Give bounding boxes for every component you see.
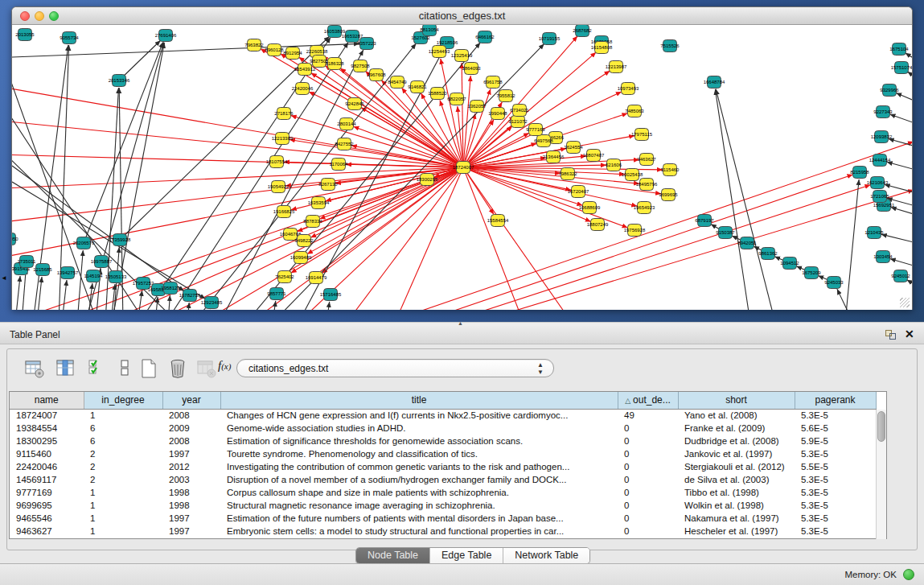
table-cell[interactable]: 18300295 [10,435,84,447]
table-cell[interactable]: 1998 [162,499,220,512]
table-cell[interactable]: Yano et al. (2008) [678,409,795,422]
table-selector-dropdown[interactable]: citations_edges.txt ▲▼ [236,359,554,377]
table-cell[interactable]: 1997 [162,525,220,538]
black-edge[interactable] [885,184,912,194]
table-cell[interactable]: 9465546 [10,512,84,525]
graph-node[interactable]: 12093832 [871,131,893,143]
table-row[interactable]: 977716911998Corpus callosum shape and si… [10,486,876,499]
graph-node[interactable]: 12325419 [451,50,473,62]
table-cell[interactable]: 5.9E-5 [795,435,876,447]
graph-node[interactable]: 8454749 [388,76,407,89]
table-settings-icon[interactable] [23,357,46,380]
graph-node[interactable]: 16914479 [306,272,327,284]
black-edge[interactable] [837,289,853,310]
table-cell[interactable]: Wolkin et al. (1998) [678,499,795,512]
graph-node[interactable]: 1362057 [467,101,487,113]
graph-node[interactable]: 18107554 [266,156,288,168]
divider-collapse-left-icon[interactable]: ◄ [1,274,7,282]
table-cell[interactable]: Genome-wide association studies in ADHD. [220,422,618,435]
graph-node[interactable]: 9329966 [880,84,899,97]
table-cell[interactable]: 5.6E-5 [795,422,876,435]
graph-node[interactable]: 8878334 [303,216,322,228]
table-cell[interactable]: 18724007 [10,409,84,422]
table-row[interactable]: 911546021997Tourette syndrome. Phenomeno… [10,447,876,460]
black-edge[interactable] [15,276,20,310]
table-cell[interactable]: Changes of HCN gene expression and I(f) … [220,409,618,422]
network-canvas[interactable]: 2013055905573427691406160538091065328715… [12,25,912,310]
graph-node[interactable]: 9777169 [526,124,545,136]
graph-node[interactable]: 15716485 [320,289,342,301]
graph-node[interactable]: 1864093 [462,63,481,75]
table-row[interactable]: 1872400712008Changes of HCN gene express… [10,409,876,422]
table-cell[interactable]: de Silva et al. (2003) [678,473,795,486]
graph-node[interactable]: 7515526 [660,40,680,52]
graph-node[interactable]: 10719155 [539,33,561,45]
table-row[interactable]: 969969511998Structural magnetic resonanc… [10,499,876,512]
table-cell[interactable]: 1 [84,409,162,422]
graph-node[interactable]: 16720407 [568,186,589,198]
black-edge[interactable] [187,303,189,310]
graph-node[interactable]: 15584554 [487,215,509,227]
black-edge[interactable] [84,42,163,243]
table-cell[interactable]: 9463627 [10,525,84,538]
red-edge[interactable] [310,167,463,237]
graph-node[interactable]: 8267130 [318,179,338,191]
table-cell[interactable]: Investigating the contribution of common… [220,460,618,473]
black-edge[interactable] [881,234,912,244]
graph-node[interactable]: 9121072 [508,116,528,128]
column-header-in_degree[interactable]: in_degree [84,392,162,409]
table-cell[interactable]: 1 [84,486,162,499]
graph-node[interactable]: 1170064 [330,159,349,171]
graph-node[interactable]: 2013055 [15,29,35,41]
graph-node[interactable]: 9463627 [637,154,656,166]
graph-node[interactable]: 8357223 [357,38,376,50]
black-edge[interactable] [62,280,67,310]
table-cell[interactable]: 0 [618,460,678,473]
table-cell[interactable]: 5.3E-5 [795,499,876,512]
delete-table-icon[interactable] [166,357,189,380]
graph-node[interactable]: 12213987 [606,61,627,73]
graph-node[interactable]: 16782759 [179,290,201,302]
graph-node[interactable]: 1094512 [780,257,799,270]
graph-node[interactable]: 8215958 [850,167,869,179]
table-cell[interactable]: 0 [618,525,678,538]
graph-node[interactable]: 6961758 [483,76,503,89]
table-row[interactable]: 2242004622012Investigating the contribut… [10,460,876,473]
close-panel-icon[interactable]: ✕ [905,328,914,340]
graph-node[interactable]: 18495796 [636,179,658,191]
column-header-short[interactable]: short [678,392,795,409]
new-table-icon[interactable] [138,357,160,380]
scrollbar-thumb[interactable] [877,411,885,442]
graph-node[interactable]: 9146821 [408,81,427,93]
table-cell[interactable]: Structural magnetic resonance image aver… [220,499,618,512]
black-edge[interactable] [119,40,161,80]
graph-node[interactable]: 1675209 [802,267,821,279]
table-cell[interactable]: 19384554 [10,422,84,435]
table-row[interactable]: 1938455462009Genome-wide association stu… [10,422,876,435]
red-edge[interactable] [463,167,572,310]
table-cell[interactable]: Franke et al. (2009) [678,422,795,435]
black-edge[interactable] [907,72,912,81]
graph-node[interactable]: 19166825 [273,206,295,218]
table-cell[interactable]: 2008 [162,435,220,447]
table-cell[interactable]: 5.3E-5 [795,409,876,422]
table-cell[interactable]: 0 [618,512,678,525]
table-cell[interactable]: Corpus callosum shape and size in male p… [220,486,618,499]
table-cell[interactable]: Embryonic stem cells: a model to study s… [220,525,618,538]
graph-node[interactable]: 18807249 [587,219,609,231]
table-cell[interactable]: 0 [618,447,678,460]
table-cell[interactable]: 1 [84,512,162,525]
black-edge[interactable] [891,208,912,216]
table-cell[interactable]: Jankovic et al. (1997) [678,447,795,460]
black-edge[interactable] [139,37,331,310]
table-cell[interactable]: Hescheler et al. (1997) [678,525,795,538]
graph-node[interactable]: 1210435 [864,227,884,239]
table-cell[interactable]: 22420046 [10,460,84,473]
table-cell[interactable]: 14569117 [10,473,84,486]
table-cell[interactable]: 0 [618,435,678,447]
canvas-resize-grip[interactable] [900,298,910,307]
table-cell[interactable]: 5.3E-5 [795,447,876,460]
column-header-pagerank[interactable]: pagerank [795,392,876,409]
graph-node[interactable]: 6734021 [510,105,529,117]
graph-node[interactable]: 2803144 [337,118,356,130]
